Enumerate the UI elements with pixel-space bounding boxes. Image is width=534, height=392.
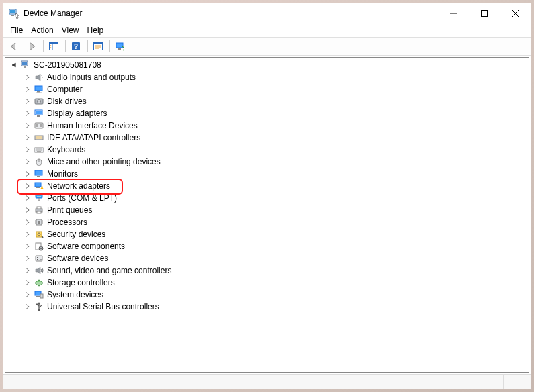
tree-item-swdev[interactable]: Software devices [8,252,529,264]
tree-item-system[interactable]: System devices [8,289,529,301]
device-manager-window: Device Manager File Action View Help [3,3,531,389]
printer-icon [34,205,44,215]
tree-item-label: Human Interface Devices [47,121,138,130]
chevron-right-icon[interactable] [23,193,32,203]
show-hide-tree-button[interactable] [46,39,62,54]
tree-item-mouse[interactable]: Mice and other pointing devices [8,156,529,168]
tree-item-computer[interactable]: Computer [8,83,529,95]
tree-item-label: Network adapters [47,181,110,191]
tree-item-label: Keyboards [47,145,85,154]
security-icon [34,229,44,240]
back-button[interactable] [6,39,22,54]
menu-file[interactable]: File [6,24,27,36]
chevron-right-icon[interactable] [23,85,32,94]
tree-item-label: Monitors [47,169,78,179]
properties-button[interactable] [90,39,106,54]
svg-rect-2 [11,15,14,16]
tree-item-label: Display adapters [47,109,107,118]
tree-item-swcomp[interactable]: Software components [8,240,529,252]
chevron-right-icon[interactable] [23,145,32,154]
toolbar-separator [87,40,88,52]
tree-item-display[interactable]: Display adapters [8,107,529,119]
help-button[interactable]: ? [68,39,84,54]
chevron-right-icon[interactable] [23,72,32,82]
chevron-right-icon[interactable] [23,290,32,299]
window-title: Device Manager [24,9,438,18]
sound-icon [34,265,44,276]
tree-item-audio[interactable]: Audio inputs and outputs [8,71,529,83]
swdev-icon [34,253,44,264]
svg-text:?: ? [74,43,78,50]
device-tree[interactable]: SC-201905081708Audio inputs and outputsC… [5,57,529,373]
tree-item-label: Universal Serial Bus controllers [47,302,159,311]
tree-item-printer[interactable]: Print queues [8,204,529,216]
chevron-right-icon[interactable] [23,109,32,118]
tree-item-ports[interactable]: Ports (COM & LPT) [8,192,529,204]
toolbar-separator [109,40,110,52]
monitor-icon [34,168,44,179]
chevron-right-icon[interactable] [23,133,32,142]
tree-item-keyboard[interactable]: Keyboards [8,144,529,156]
chevron-right-icon[interactable] [23,157,32,166]
chevron-right-icon[interactable] [23,302,32,311]
tree-item-disk[interactable]: Disk drives [8,95,529,107]
cpu-icon [34,217,44,228]
tree-item-label: System devices [47,290,103,299]
tree-item-label: Computer [47,85,83,94]
chevron-right-icon[interactable] [23,242,32,251]
svg-rect-1 [10,10,15,13]
mouse-icon [34,156,44,167]
tree-item-network[interactable]: Network adapters [8,180,529,192]
window-controls [438,3,531,23]
chevron-right-icon[interactable] [23,169,32,179]
titlebar[interactable]: Device Manager [3,3,531,23]
svg-rect-4 [482,10,488,16]
statusbar [3,374,531,389]
usb-icon [34,301,44,312]
chevron-right-icon[interactable] [23,254,32,263]
tree-item-ide[interactable]: IDE ATA/ATAPI controllers [8,132,529,144]
chevron-right-icon[interactable] [23,181,32,191]
chevron-down-icon[interactable] [9,60,19,70]
chevron-right-icon[interactable] [23,217,32,227]
menu-help[interactable]: Help [83,24,108,36]
tree-item-storage[interactable]: Storage controllers [8,277,529,289]
tree-item-label: Sound, video and game controllers [47,266,171,275]
chevron-right-icon[interactable] [23,266,32,275]
tree-item-label: Print queues [47,205,92,215]
tree-item-sound[interactable]: Sound, video and game controllers [8,264,529,277]
chevron-right-icon[interactable] [23,278,32,287]
minimize-button[interactable] [438,3,469,23]
menu-action[interactable]: Action [27,24,57,36]
svg-rect-15 [94,43,103,44]
tree-item-usb[interactable]: Universal Serial Bus controllers [8,301,529,313]
swcomp-icon [34,241,44,252]
ports-icon [34,193,44,203]
tree-item-label: Ports (COM & LPT) [47,193,117,203]
tree-item-label: Mice and other pointing devices [47,157,161,166]
chevron-right-icon[interactable] [23,205,32,215]
tree-root-node[interactable]: SC-201905081708 [8,59,529,71]
chevron-right-icon[interactable] [23,230,32,239]
chevron-right-icon[interactable] [23,97,32,106]
chevron-right-icon[interactable] [23,121,32,130]
tree-item-hid[interactable]: Human Interface Devices [8,119,529,132]
tree-item-cpu[interactable]: Processors [8,216,529,228]
menubar: File Action View Help [3,23,531,37]
forward-button[interactable] [24,39,40,54]
scan-hardware-button[interactable] [112,39,128,54]
content-area: SC-201905081708Audio inputs and outputsC… [3,56,531,374]
close-button[interactable] [500,3,531,23]
maximize-button[interactable] [469,3,500,23]
tree-item-security[interactable]: Security devices [8,228,529,240]
tree-root-label: SC-201905081708 [34,60,101,70]
tree-item-label: Audio inputs and outputs [47,72,136,82]
computer-icon [34,84,44,95]
tree-item-label: Software devices [47,254,108,263]
tree-item-label: Storage controllers [47,278,115,287]
disk-icon [34,96,44,107]
keyboard-icon [34,144,44,155]
storage-icon [34,277,44,288]
menu-view[interactable]: View [58,24,83,36]
tree-item-monitor[interactable]: Monitors [8,168,529,180]
